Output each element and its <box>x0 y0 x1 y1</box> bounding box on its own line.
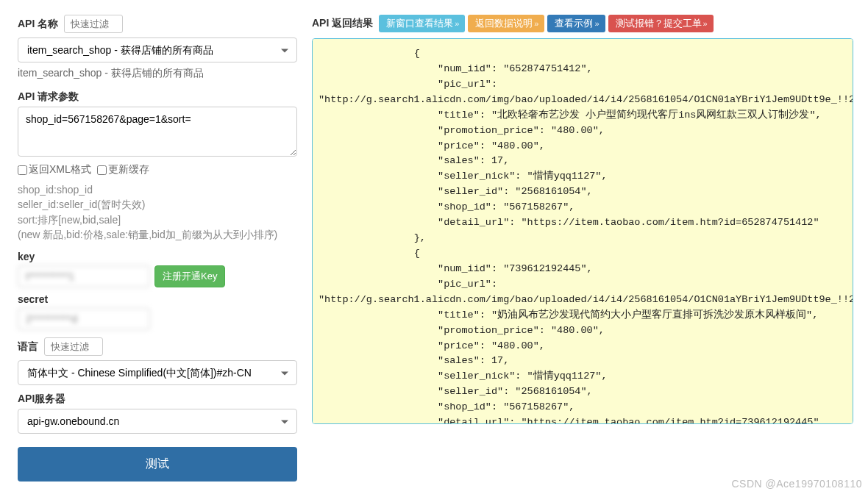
server-label: API服务器 <box>18 393 297 406</box>
request-params-input[interactable] <box>18 107 297 157</box>
chk-cache[interactable] <box>97 165 107 175</box>
chevron-right-icon: » <box>534 19 538 28</box>
view-example-button[interactable]: 查看示例» <box>547 15 605 32</box>
api-select[interactable]: item_search_shop - 获得店铺的所有商品 <box>18 37 297 62</box>
chevron-right-icon: » <box>594 19 599 28</box>
chk-xml[interactable] <box>18 165 27 175</box>
result-header: API 返回结果 新窗口查看结果» 返回数据说明» 查看示例» 测试报错？提交工… <box>312 15 853 32</box>
key-label: key <box>18 251 297 262</box>
result-output[interactable]: { "num_iid": "652874751412", "pic_url": … <box>312 38 853 424</box>
new-window-button[interactable]: 新窗口查看结果» <box>379 15 465 32</box>
key-input[interactable] <box>18 265 150 287</box>
api-name-text: API 名称 <box>18 18 58 31</box>
secret-label: secret <box>18 293 297 305</box>
server-select[interactable]: api-gw.onebound.cn <box>18 409 297 434</box>
chk-xml-label[interactable]: 返回XML格式 <box>18 163 91 176</box>
api-name-label: API 名称 <box>18 15 297 33</box>
chevron-right-icon: » <box>703 19 708 28</box>
api-filter-input[interactable] <box>64 15 123 33</box>
chevron-right-icon: » <box>455 19 459 28</box>
param-description: shop_id:shop_id seller_id:seller_id(暂时失效… <box>18 182 297 242</box>
left-panel: API 名称 item_search_shop - 获得店铺的所有商品 item… <box>18 15 297 494</box>
lang-select[interactable]: 简体中文 - Chinese Simplified(中文[简体])#zh-CN <box>18 360 297 385</box>
lang-label-row: 语言 <box>18 337 297 356</box>
api-subtext: item_search_shop - 获得店铺的所有商品 <box>18 67 297 80</box>
test-button[interactable]: 测试 <box>18 447 297 482</box>
chk-cache-label[interactable]: 更新缓存 <box>97 163 149 176</box>
register-key-button[interactable]: 注册开通Key <box>154 265 225 287</box>
submit-ticket-button[interactable]: 测试报错？提交工单» <box>608 15 714 32</box>
lang-label: 语言 <box>18 340 38 354</box>
watermark: CSDN @Ace19970108110 <box>731 478 862 490</box>
request-params-label: API 请求参数 <box>18 90 297 104</box>
lang-filter-input[interactable] <box>44 337 103 356</box>
data-desc-button[interactable]: 返回数据说明» <box>468 15 544 32</box>
result-title: API 返回结果 <box>312 17 373 30</box>
secret-input[interactable] <box>18 308 150 330</box>
right-panel: API 返回结果 新窗口查看结果» 返回数据说明» 查看示例» 测试报错？提交工… <box>312 15 853 494</box>
